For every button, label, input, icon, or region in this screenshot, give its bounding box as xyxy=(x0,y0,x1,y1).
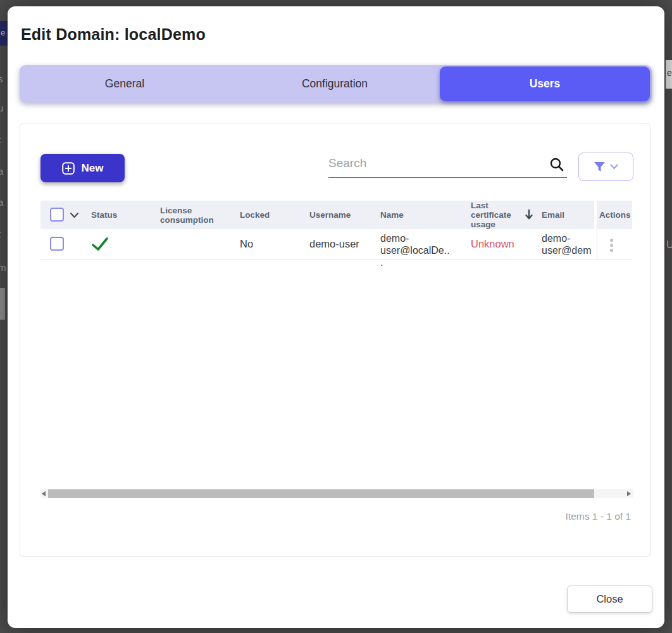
sort-descending-icon xyxy=(525,209,533,222)
column-header-name[interactable]: Name xyxy=(380,210,404,220)
users-panel: New xyxy=(20,123,650,557)
background-scrollbar-fragment xyxy=(0,288,5,320)
email-cell: demo-user@demo xyxy=(542,232,595,258)
column-header-email[interactable]: Email xyxy=(542,210,564,220)
page-title: Edit Domain: localDemo xyxy=(21,25,206,44)
search-icon[interactable] xyxy=(549,157,564,175)
tab-configuration[interactable]: Configuration xyxy=(230,65,440,103)
filter-dropdown-button[interactable] xyxy=(578,153,633,181)
column-header-locked[interactable]: Locked xyxy=(240,210,270,220)
tab-bar: General Configuration Users xyxy=(20,65,652,103)
background-text-fragment: a xyxy=(0,197,3,208)
background-navbar-fragment: e xyxy=(0,21,8,46)
row-checkbox[interactable] xyxy=(50,237,64,251)
horizontal-scrollbar[interactable] xyxy=(40,489,633,498)
tab-users[interactable]: Users xyxy=(440,66,650,101)
pagination-items-label: Items 1 - 1 of 1 xyxy=(566,511,631,522)
column-header-license-consumption[interactable]: License consumption xyxy=(160,206,231,225)
scroll-right-arrow-icon[interactable] xyxy=(627,491,631,496)
background-text-fragment: s xyxy=(0,73,3,84)
background-text-fragment: U xyxy=(666,239,672,251)
select-menu-chevron-icon[interactable] xyxy=(70,211,79,220)
filter-funnel-icon xyxy=(594,161,606,172)
search-field xyxy=(328,151,567,178)
scroll-left-arrow-icon[interactable] xyxy=(42,491,46,496)
column-header-actions: Actions xyxy=(599,210,631,220)
column-header-username[interactable]: Username xyxy=(309,210,351,220)
background-text-fragment: t xyxy=(0,229,1,239)
locked-cell: No xyxy=(240,238,253,250)
column-header-last-certificate-usage[interactable]: Last certificate usage xyxy=(471,201,526,229)
table-header: Status License consumption Locked Userna… xyxy=(40,201,632,229)
name-cell: demo-user@localDe... xyxy=(380,232,452,268)
edit-domain-modal: Edit Domain: localDemo General Configura… xyxy=(8,6,664,628)
horizontal-scrollbar-thumb[interactable] xyxy=(48,489,594,498)
background-text-fragment: u xyxy=(0,103,3,113)
actions-column-divider xyxy=(597,229,597,260)
background-text-fragment: t xyxy=(0,134,1,145)
background-right-fragment: e xyxy=(666,60,672,89)
username-cell: demo-user xyxy=(309,238,359,250)
column-header-status[interactable]: Status xyxy=(91,210,117,220)
status-ok-icon xyxy=(91,235,109,256)
search-input[interactable] xyxy=(328,151,544,175)
kebab-menu-icon[interactable] xyxy=(606,235,617,256)
select-all-checkbox[interactable] xyxy=(50,208,64,222)
plus-square-icon xyxy=(62,162,75,175)
close-button[interactable]: Close xyxy=(567,586,652,613)
last-certificate-usage-cell: Unknown xyxy=(471,238,514,250)
chevron-down-icon xyxy=(610,164,618,170)
new-user-button[interactable]: New xyxy=(40,154,125,182)
tab-general[interactable]: General xyxy=(20,65,230,103)
new-user-button-label: New xyxy=(82,162,104,175)
background-text-fragment: m xyxy=(0,262,6,273)
table-row[interactable]: No demo-user demo-user@localDe... Unknow… xyxy=(40,229,632,260)
background-text-fragment: a xyxy=(0,166,3,177)
